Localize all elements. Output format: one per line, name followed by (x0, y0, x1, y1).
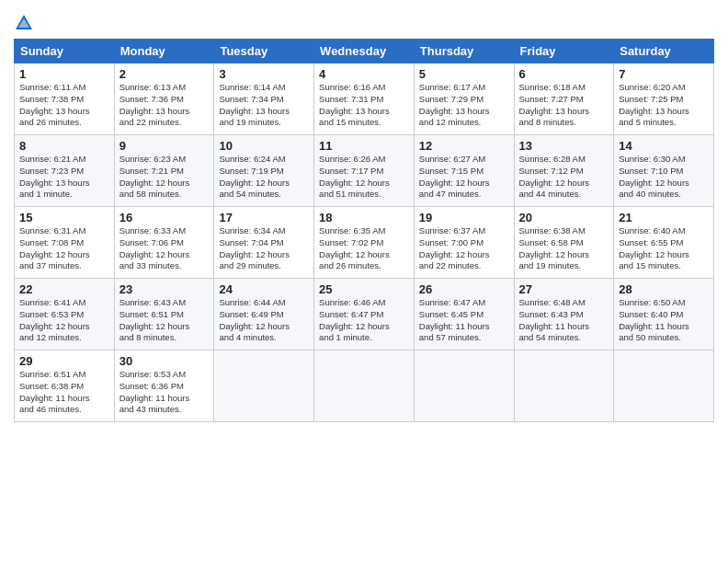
calendar-cell: 4Sunrise: 6:16 AM Sunset: 7:31 PM Daylig… (314, 63, 415, 135)
calendar-cell: 10Sunrise: 6:24 AM Sunset: 7:19 PM Dayli… (214, 135, 314, 207)
weekday-header-sunday: Sunday (15, 40, 115, 63)
day-info: Sunrise: 6:35 AM Sunset: 7:02 PM Dayligh… (319, 225, 409, 272)
day-info: Sunrise: 6:14 AM Sunset: 7:34 PM Dayligh… (219, 82, 309, 129)
calendar-cell: 20Sunrise: 6:38 AM Sunset: 6:58 PM Dayli… (514, 207, 614, 279)
calendar-week-row: 22Sunrise: 6:41 AM Sunset: 6:53 PM Dayli… (15, 279, 714, 350)
day-number: 29 (19, 354, 109, 368)
calendar-week-row: 29Sunrise: 6:51 AM Sunset: 6:38 PM Dayli… (15, 350, 714, 422)
day-info: Sunrise: 6:28 AM Sunset: 7:12 PM Dayligh… (519, 154, 609, 201)
day-info: Sunrise: 6:16 AM Sunset: 7:31 PM Dayligh… (319, 82, 409, 129)
calendar-cell: 3Sunrise: 6:14 AM Sunset: 7:34 PM Daylig… (214, 63, 314, 135)
day-info: Sunrise: 6:38 AM Sunset: 6:58 PM Dayligh… (519, 225, 609, 272)
day-number: 23 (119, 282, 210, 296)
calendar-cell: 23Sunrise: 6:43 AM Sunset: 6:51 PM Dayli… (114, 279, 214, 350)
day-number: 28 (619, 282, 709, 296)
day-info: Sunrise: 6:31 AM Sunset: 7:08 PM Dayligh… (19, 225, 109, 272)
day-number: 16 (119, 211, 210, 224)
day-number: 7 (619, 67, 709, 81)
day-number: 19 (419, 211, 509, 224)
calendar-cell: 22Sunrise: 6:41 AM Sunset: 6:53 PM Dayli… (15, 279, 115, 350)
calendar-cell: 14Sunrise: 6:30 AM Sunset: 7:10 PM Dayli… (614, 135, 714, 207)
day-info: Sunrise: 6:50 AM Sunset: 6:40 PM Dayligh… (619, 297, 709, 344)
weekday-header-row: SundayMondayTuesdayWednesdayThursdayFrid… (15, 40, 714, 63)
day-number: 8 (19, 139, 109, 153)
calendar-cell (514, 350, 614, 422)
day-info: Sunrise: 6:18 AM Sunset: 7:27 PM Dayligh… (519, 82, 609, 129)
day-number: 11 (319, 139, 409, 153)
day-info: Sunrise: 6:51 AM Sunset: 6:38 PM Dayligh… (19, 369, 109, 416)
day-info: Sunrise: 6:11 AM Sunset: 7:38 PM Dayligh… (19, 82, 109, 129)
day-number: 13 (519, 139, 609, 153)
day-number: 5 (419, 67, 509, 81)
calendar-cell: 7Sunrise: 6:20 AM Sunset: 7:25 PM Daylig… (614, 63, 714, 135)
day-info: Sunrise: 6:21 AM Sunset: 7:23 PM Dayligh… (19, 154, 109, 201)
logo-icon (14, 13, 34, 33)
day-number: 12 (419, 139, 509, 153)
day-info: Sunrise: 6:47 AM Sunset: 6:45 PM Dayligh… (419, 297, 509, 344)
calendar-cell (314, 350, 415, 422)
day-info: Sunrise: 6:17 AM Sunset: 7:29 PM Dayligh… (419, 82, 509, 129)
day-number: 15 (19, 211, 109, 224)
day-number: 22 (19, 282, 109, 296)
day-info: Sunrise: 6:48 AM Sunset: 6:43 PM Dayligh… (519, 297, 609, 344)
calendar-cell: 25Sunrise: 6:46 AM Sunset: 6:47 PM Dayli… (314, 279, 415, 350)
day-number: 6 (519, 67, 609, 81)
calendar-cell: 19Sunrise: 6:37 AM Sunset: 7:00 PM Dayli… (414, 207, 514, 279)
calendar-cell: 12Sunrise: 6:27 AM Sunset: 7:15 PM Dayli… (414, 135, 514, 207)
calendar-cell: 27Sunrise: 6:48 AM Sunset: 6:43 PM Dayli… (514, 279, 614, 350)
calendar-cell: 5Sunrise: 6:17 AM Sunset: 7:29 PM Daylig… (414, 63, 514, 135)
day-number: 1 (19, 67, 109, 81)
day-info: Sunrise: 6:27 AM Sunset: 7:15 PM Dayligh… (419, 154, 509, 201)
calendar-cell: 16Sunrise: 6:33 AM Sunset: 7:06 PM Dayli… (114, 207, 214, 279)
calendar-cell: 11Sunrise: 6:26 AM Sunset: 7:17 PM Dayli… (314, 135, 415, 207)
weekday-header-saturday: Saturday (614, 40, 714, 63)
day-info: Sunrise: 6:33 AM Sunset: 7:06 PM Dayligh… (119, 225, 210, 272)
day-number: 4 (319, 67, 409, 81)
calendar-week-row: 1Sunrise: 6:11 AM Sunset: 7:38 PM Daylig… (15, 63, 714, 135)
day-info: Sunrise: 6:13 AM Sunset: 7:36 PM Dayligh… (119, 82, 210, 129)
day-info: Sunrise: 6:26 AM Sunset: 7:17 PM Dayligh… (319, 154, 409, 201)
header (14, 9, 714, 33)
calendar-cell: 21Sunrise: 6:40 AM Sunset: 6:55 PM Dayli… (614, 207, 714, 279)
calendar-cell: 1Sunrise: 6:11 AM Sunset: 7:38 PM Daylig… (15, 63, 115, 135)
day-number: 26 (419, 282, 509, 296)
day-info: Sunrise: 6:41 AM Sunset: 6:53 PM Dayligh… (19, 297, 109, 344)
day-number: 18 (319, 211, 409, 224)
day-info: Sunrise: 6:40 AM Sunset: 6:55 PM Dayligh… (619, 225, 709, 272)
day-info: Sunrise: 6:20 AM Sunset: 7:25 PM Dayligh… (619, 82, 709, 129)
day-number: 2 (119, 67, 210, 81)
day-info: Sunrise: 6:24 AM Sunset: 7:19 PM Dayligh… (219, 154, 309, 201)
calendar-cell (614, 350, 714, 422)
calendar-cell: 9Sunrise: 6:23 AM Sunset: 7:21 PM Daylig… (114, 135, 214, 207)
calendar-cell (414, 350, 514, 422)
day-info: Sunrise: 6:43 AM Sunset: 6:51 PM Dayligh… (119, 297, 210, 344)
day-number: 25 (319, 282, 409, 296)
day-info: Sunrise: 6:53 AM Sunset: 6:36 PM Dayligh… (119, 369, 210, 416)
calendar-cell: 6Sunrise: 6:18 AM Sunset: 7:27 PM Daylig… (514, 63, 614, 135)
day-number: 9 (119, 139, 210, 153)
day-info: Sunrise: 6:30 AM Sunset: 7:10 PM Dayligh… (619, 154, 709, 201)
day-number: 20 (519, 211, 609, 224)
calendar-cell: 8Sunrise: 6:21 AM Sunset: 7:23 PM Daylig… (15, 135, 115, 207)
day-info: Sunrise: 6:44 AM Sunset: 6:49 PM Dayligh… (219, 297, 309, 344)
day-number: 3 (219, 67, 309, 81)
calendar-week-row: 8Sunrise: 6:21 AM Sunset: 7:23 PM Daylig… (15, 135, 714, 207)
day-number: 10 (219, 139, 309, 153)
calendar-cell: 15Sunrise: 6:31 AM Sunset: 7:08 PM Dayli… (15, 207, 115, 279)
weekday-header-tuesday: Tuesday (214, 40, 314, 63)
weekday-header-friday: Friday (514, 40, 614, 63)
weekday-header-wednesday: Wednesday (314, 40, 415, 63)
calendar-cell: 2Sunrise: 6:13 AM Sunset: 7:36 PM Daylig… (114, 63, 214, 135)
calendar-page: SundayMondayTuesdayWednesdayThursdayFrid… (0, 0, 728, 563)
calendar-cell (214, 350, 314, 422)
calendar-table: SundayMondayTuesdayWednesdayThursdayFrid… (14, 39, 714, 422)
calendar-cell: 26Sunrise: 6:47 AM Sunset: 6:45 PM Dayli… (414, 279, 514, 350)
calendar-cell: 17Sunrise: 6:34 AM Sunset: 7:04 PM Dayli… (214, 207, 314, 279)
calendar-cell: 30Sunrise: 6:53 AM Sunset: 6:36 PM Dayli… (114, 350, 214, 422)
calendar-cell: 18Sunrise: 6:35 AM Sunset: 7:02 PM Dayli… (314, 207, 415, 279)
weekday-header-thursday: Thursday (414, 40, 514, 63)
calendar-cell: 13Sunrise: 6:28 AM Sunset: 7:12 PM Dayli… (514, 135, 614, 207)
day-info: Sunrise: 6:37 AM Sunset: 7:00 PM Dayligh… (419, 225, 509, 272)
day-info: Sunrise: 6:46 AM Sunset: 6:47 PM Dayligh… (319, 297, 409, 344)
calendar-cell: 24Sunrise: 6:44 AM Sunset: 6:49 PM Dayli… (214, 279, 314, 350)
